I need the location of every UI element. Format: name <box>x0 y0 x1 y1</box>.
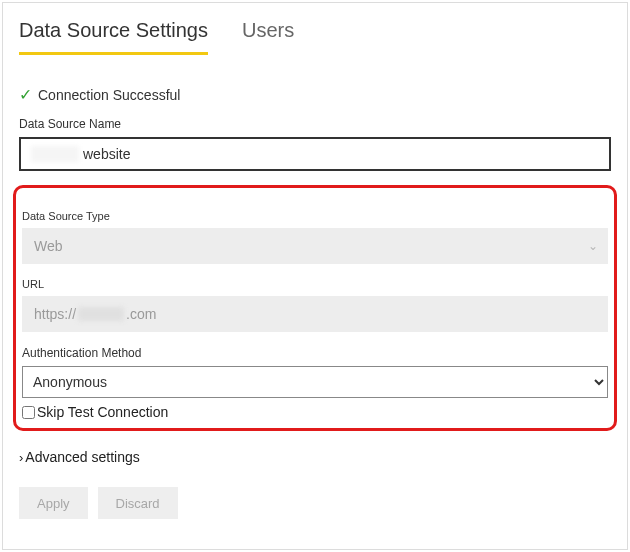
label-data-source-type: Data Source Type <box>22 210 608 222</box>
highlight-box: Data Source Type Web ⌄ URL https:// .com… <box>13 185 617 431</box>
check-icon: ✓ <box>19 87 32 103</box>
advanced-settings-toggle[interactable]: › Advanced settings <box>19 449 611 465</box>
skip-test-label: Skip Test Connection <box>37 404 168 420</box>
auth-method-select[interactable]: Anonymous <box>22 366 608 398</box>
action-buttons: Apply Discard <box>19 487 611 519</box>
apply-button[interactable]: Apply <box>19 487 88 519</box>
label-url: URL <box>22 278 608 290</box>
tab-data-source-settings[interactable]: Data Source Settings <box>19 19 208 55</box>
data-source-type-value: Web <box>34 238 63 254</box>
tab-bar: Data Source Settings Users <box>19 19 611 61</box>
data-source-name-value: website <box>83 146 130 162</box>
url-prefix: https:// <box>34 306 76 322</box>
chevron-right-icon: › <box>19 451 23 464</box>
settings-panel: Data Source Settings Users ✓ Connection … <box>2 2 628 550</box>
advanced-settings-label: Advanced settings <box>25 449 139 465</box>
url-input[interactable]: https:// .com <box>22 296 608 332</box>
redacted-text <box>31 146 79 162</box>
data-source-name-input[interactable]: website <box>19 137 611 171</box>
status-text: Connection Successful <box>38 87 180 103</box>
label-auth-method: Authentication Method <box>22 346 608 360</box>
label-data-source-name: Data Source Name <box>19 117 611 131</box>
redacted-text <box>78 307 124 321</box>
chevron-down-icon: ⌄ <box>588 239 598 253</box>
data-source-type-select[interactable]: Web ⌄ <box>22 228 608 264</box>
connection-status: ✓ Connection Successful <box>19 87 611 103</box>
url-suffix: .com <box>126 306 156 322</box>
tab-users[interactable]: Users <box>242 19 294 52</box>
discard-button[interactable]: Discard <box>98 487 178 519</box>
skip-test-checkbox[interactable] <box>22 406 35 419</box>
